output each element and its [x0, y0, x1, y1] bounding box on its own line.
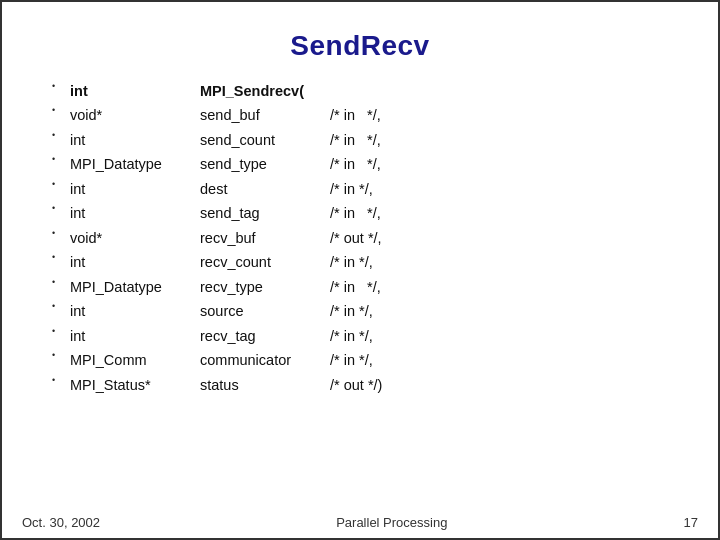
param-type: int	[70, 324, 200, 348]
param-comment: /* in */,	[330, 250, 460, 274]
param-comment: /* in */,	[330, 348, 460, 372]
table-row: • MPI_Datatype recv_type /* in */,	[52, 275, 460, 299]
param-comment: /* in */,	[330, 299, 460, 323]
param-type: void*	[70, 226, 200, 250]
bullet: •	[52, 201, 70, 225]
param-name: communicator	[200, 348, 330, 372]
bullet: •	[52, 80, 70, 103]
bullet: •	[52, 348, 70, 372]
param-comment: /* in */,	[330, 275, 460, 299]
param-name: source	[200, 299, 330, 323]
param-type: MPI_Datatype	[70, 275, 200, 299]
param-type: void*	[70, 103, 200, 127]
param-name: send_type	[200, 152, 330, 176]
bullet: •	[52, 128, 70, 152]
param-name: recv_count	[200, 250, 330, 274]
code-function: MPI_Sendrecv(	[200, 80, 460, 103]
param-type: MPI_Datatype	[70, 152, 200, 176]
table-row: • void* recv_buf /* out */,	[52, 226, 460, 250]
param-name: recv_tag	[200, 324, 330, 348]
code-keyword: int	[70, 80, 200, 103]
param-type: MPI_Status*	[70, 373, 200, 397]
table-row: • MPI_Status* status /* out */)	[52, 373, 460, 397]
footer-center: Parallel Processing	[336, 515, 447, 530]
param-comment: /* in */,	[330, 201, 460, 225]
bullet: •	[52, 103, 70, 127]
param-type: MPI_Comm	[70, 348, 200, 372]
bullet: •	[52, 152, 70, 176]
bullet: •	[52, 299, 70, 323]
param-type: int	[70, 177, 200, 201]
param-name: send_count	[200, 128, 330, 152]
bullet: •	[52, 275, 70, 299]
param-comment: /* out */,	[330, 226, 460, 250]
param-type: int	[70, 201, 200, 225]
param-name: status	[200, 373, 330, 397]
bullet: •	[52, 177, 70, 201]
param-name: send_tag	[200, 201, 330, 225]
param-comment: /* in */,	[330, 152, 460, 176]
slide-footer: Oct. 30, 2002 Parallel Processing 17	[2, 509, 718, 538]
bullet: •	[52, 373, 70, 397]
param-type: int	[70, 299, 200, 323]
bullet: •	[52, 250, 70, 274]
table-row: • MPI_Datatype send_type /* in */,	[52, 152, 460, 176]
param-comment: /* out */)	[330, 373, 460, 397]
table-row: • MPI_Comm communicator /* in */,	[52, 348, 460, 372]
footer-date: Oct. 30, 2002	[22, 515, 100, 530]
param-comment: /* in */,	[330, 177, 460, 201]
param-comment: /* in */,	[330, 103, 460, 127]
bullet: •	[52, 226, 70, 250]
param-comment: /* in */,	[330, 324, 460, 348]
table-row: • int send_count /* in */,	[52, 128, 460, 152]
param-type: int	[70, 128, 200, 152]
param-name: dest	[200, 177, 330, 201]
slide-content: • int MPI_Sendrecv( • void* send_buf /* …	[2, 80, 718, 509]
table-row: • int send_tag /* in */,	[52, 201, 460, 225]
table-row: • int recv_count /* in */,	[52, 250, 460, 274]
footer-page: 17	[684, 515, 698, 530]
table-row: • int source /* in */,	[52, 299, 460, 323]
bullet: •	[52, 324, 70, 348]
slide-title: SendRecv	[2, 2, 718, 80]
table-row: • int MPI_Sendrecv(	[52, 80, 460, 103]
param-type: int	[70, 250, 200, 274]
code-block: • int MPI_Sendrecv( • void* send_buf /* …	[52, 80, 460, 397]
param-name: send_buf	[200, 103, 330, 127]
param-name: recv_type	[200, 275, 330, 299]
param-name: recv_buf	[200, 226, 330, 250]
slide: SendRecv • int MPI_Sendrecv( • void* sen…	[0, 0, 720, 540]
table-row: • int dest /* in */,	[52, 177, 460, 201]
table-row: • int recv_tag /* in */,	[52, 324, 460, 348]
table-row: • void* send_buf /* in */,	[52, 103, 460, 127]
param-comment: /* in */,	[330, 128, 460, 152]
